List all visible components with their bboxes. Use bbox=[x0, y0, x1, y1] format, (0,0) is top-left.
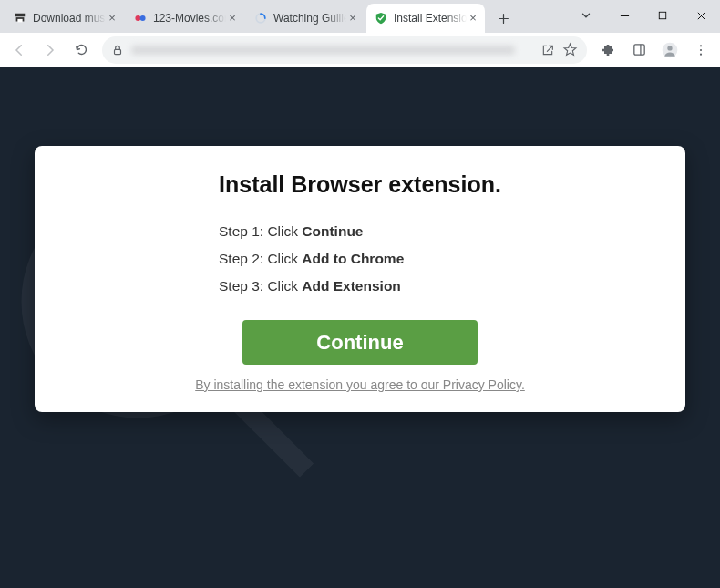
svg-rect-0 bbox=[15, 14, 26, 17]
colordots-icon bbox=[133, 11, 148, 26]
continue-button[interactable]: Continue bbox=[242, 320, 478, 365]
printer-icon bbox=[13, 11, 27, 26]
svg-point-12 bbox=[700, 45, 702, 46]
forward-button[interactable] bbox=[36, 36, 64, 64]
back-button[interactable] bbox=[5, 36, 33, 64]
address-bar[interactable] bbox=[102, 36, 587, 64]
reload-button[interactable] bbox=[67, 36, 95, 64]
tab-label: Download music bbox=[33, 12, 106, 25]
step-2: Step 2: Click Add to Chrome bbox=[219, 251, 656, 267]
svg-point-3 bbox=[135, 15, 140, 21]
close-icon[interactable]: × bbox=[467, 12, 479, 25]
page-content: risk Install Browser extension. Step 1: … bbox=[0, 67, 720, 588]
minimize-button[interactable] bbox=[605, 0, 643, 31]
close-icon[interactable]: × bbox=[106, 12, 118, 25]
window-controls bbox=[567, 0, 720, 31]
svg-point-13 bbox=[700, 48, 702, 50]
tab-search-button[interactable] bbox=[567, 0, 605, 31]
steps-list: Step 1: Click Continue Step 2: Click Add… bbox=[219, 223, 656, 294]
shield-icon bbox=[374, 11, 388, 26]
tab-123movies[interactable]: 123-Movies.com × bbox=[126, 4, 244, 33]
extensions-button[interactable] bbox=[594, 36, 622, 64]
card-heading: Install Browser extension. bbox=[64, 171, 656, 198]
tab-label: Install Extension bbox=[394, 12, 467, 25]
menu-button[interactable] bbox=[687, 36, 715, 64]
profile-button[interactable] bbox=[656, 36, 684, 64]
side-panel-button[interactable] bbox=[625, 36, 653, 64]
share-icon[interactable] bbox=[540, 43, 555, 57]
maximize-button[interactable] bbox=[643, 0, 682, 31]
svg-rect-7 bbox=[115, 49, 121, 54]
svg-point-14 bbox=[700, 53, 702, 55]
install-card: Install Browser extension. Step 1: Click… bbox=[35, 146, 685, 412]
loading-spinner-icon bbox=[253, 11, 268, 26]
new-tab-button[interactable] bbox=[490, 5, 516, 31]
url-text-blurred bbox=[131, 46, 515, 55]
svg-point-11 bbox=[667, 46, 672, 50]
close-icon[interactable]: × bbox=[226, 12, 239, 25]
close-window-button[interactable] bbox=[682, 0, 720, 31]
browser-toolbar bbox=[0, 33, 720, 67]
tab-label: Watching Guille bbox=[273, 12, 346, 25]
bookmark-star-icon[interactable] bbox=[562, 42, 578, 57]
svg-point-4 bbox=[140, 15, 146, 21]
tab-watching[interactable]: Watching Guille × bbox=[246, 4, 365, 33]
svg-rect-6 bbox=[659, 12, 666, 19]
svg-rect-2 bbox=[17, 19, 22, 23]
lock-icon bbox=[111, 44, 124, 57]
tab-install-extension[interactable]: Install Extension × bbox=[366, 4, 485, 33]
step-1: Step 1: Click Continue bbox=[219, 223, 656, 240]
tab-download-music[interactable]: Download music × bbox=[5, 4, 124, 33]
svg-rect-8 bbox=[633, 45, 643, 55]
close-icon[interactable]: × bbox=[346, 12, 359, 25]
privacy-policy-link[interactable]: By installing the extension you agree to… bbox=[64, 377, 656, 392]
step-3: Step 3: Click Add Extension bbox=[219, 278, 656, 294]
browser-tab-strip: Download music × 123-Movies.com × Watchi… bbox=[0, 0, 720, 33]
tab-label: 123-Movies.com bbox=[153, 12, 226, 25]
